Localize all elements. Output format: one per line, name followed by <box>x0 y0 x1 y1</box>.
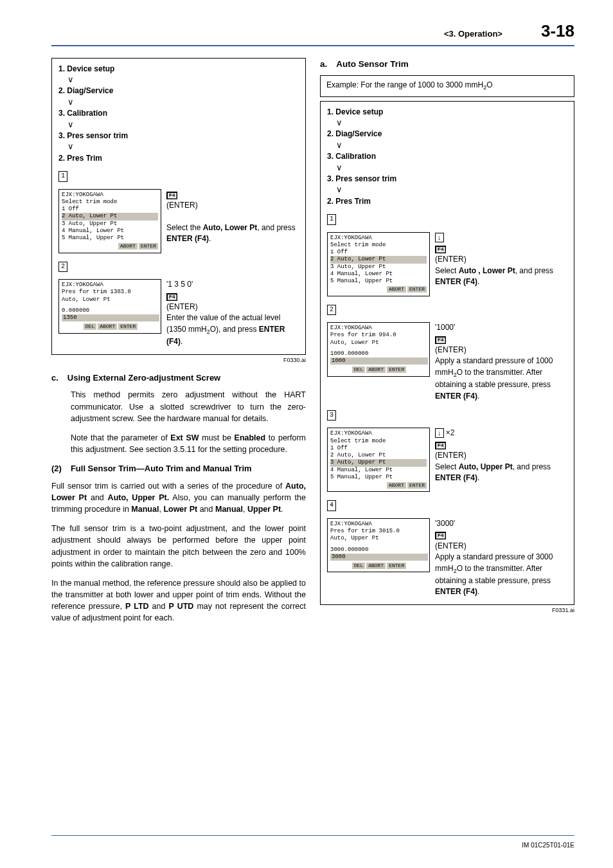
hart-screen-r1: EJX:YOKOGAWA Select trim mode 1 Off 2 Au… <box>327 232 430 296</box>
menu-item-selected: 2 Auto, Lower Pt <box>62 213 158 220</box>
f4-keycap: F4 <box>435 442 446 449</box>
menu-item: 5 Manual, Upper Pt <box>330 474 427 481</box>
hart-screen-r2: EJX:YOKOGAWA Pres for trim 994.0 Auto, L… <box>327 322 430 377</box>
subsection-2-heading: (2)Full Sensor Trim—Auto Trim and Manual… <box>51 463 306 475</box>
menu-item: 2 Auto, Lower Pt <box>330 452 427 459</box>
screen-subtitle: Select trim mode <box>330 438 427 445</box>
screen-buttons: DELABORTENTER <box>330 563 427 570</box>
step-number: 4 <box>327 500 336 511</box>
menu-item: 4 Manual, Lower Pt <box>62 228 158 235</box>
example-box: Example: For the range of 1000 to 3000 m… <box>320 75 574 96</box>
screen-buttons: ABORTENTER <box>330 482 427 489</box>
screen-title: EJX:YOKOGAWA <box>62 282 158 289</box>
footer-rule <box>51 835 574 836</box>
page-number: 3-18 <box>541 19 574 44</box>
hart-screen-1: EJX:YOKOGAWA Select trim mode 1 Off 2 Au… <box>58 189 161 253</box>
crumb-item: 3. Pres sensor trim <box>327 174 396 183</box>
screen-buttons: DELABORTENTER <box>62 323 158 330</box>
menu-item: 1 Off <box>62 206 158 213</box>
document-footer: IM 01C25T01-01E <box>522 841 574 851</box>
menu-item: 5 Manual, Upper Pt <box>62 235 158 242</box>
step-description: ↓ ×2 F4 (ENTER) Select Auto, Upper Pt, a… <box>435 428 567 484</box>
screen-line: Pres for trim 994.0 <box>330 332 427 339</box>
page-header: <3. Operation> 3-18 <box>51 19 574 46</box>
screen-buttons: ABORTENTER <box>330 286 427 293</box>
crumb-item: 2. Diag/Service <box>58 86 113 95</box>
screen-value-orig: 0.000000 <box>62 307 158 314</box>
step-number: 3 <box>327 410 336 421</box>
menu-item: 4 Manual, Lower Pt <box>330 271 427 278</box>
figure-id: F0330.ai <box>51 356 306 365</box>
hart-screen-2: EJX:YOKOGAWA Pres for trim 1383.0 Auto, … <box>58 279 161 334</box>
menu-item-selected: 3 Auto, Upper Pt <box>330 459 427 466</box>
menu-item: 3 Auto, Upper Pt <box>330 264 427 271</box>
screen-value-entry: 3000 <box>330 554 428 561</box>
left-column: 1. Device setup ∨ 2. Diag/Service ∨ 3. C… <box>51 58 306 632</box>
breadcrumb: 1. Device setup ∨ 2. Diag/Service ∨ 3. C… <box>58 64 299 165</box>
screen-line: Auto, Lower Pt <box>330 339 427 347</box>
breadcrumb: 1. Device setup∨ 2. Diag/Service∨ 3. Cal… <box>327 107 567 208</box>
down-arrow-key: ↓ <box>435 428 444 438</box>
crumb-item: 3. Calibration <box>58 109 107 118</box>
step-description: ↓ F4 (ENTER) Select Auto , Lower Pt, and… <box>435 232 567 288</box>
screen-value-orig: 1000.000000 <box>330 350 427 357</box>
menu-item: 5 Manual, Upper Pt <box>330 278 427 285</box>
down-arrow-key: ↓ <box>435 233 444 242</box>
figure-id: F0331.ai <box>320 606 574 615</box>
section-title: <3. Operation> <box>444 28 502 41</box>
step-number: 2 <box>327 305 336 316</box>
crumb-item: 2. Pres Trim <box>58 154 102 163</box>
f4-keycap: F4 <box>166 293 177 301</box>
screen-title: EJX:YOKOGAWA <box>330 235 427 242</box>
menu-item: 1 Off <box>330 445 427 452</box>
screen-line: Auto, Lower Pt <box>62 296 158 303</box>
f4-keycap: F4 <box>166 192 177 199</box>
step-description: '1 3 5 0' F4 (ENTER) Enter the value of … <box>166 279 299 347</box>
f4-keycap: F4 <box>435 532 446 539</box>
f4-keycap: F4 <box>435 246 446 253</box>
paragraph: In the manual method, the reference pres… <box>51 577 306 624</box>
crumb-item: 1. Device setup <box>327 107 383 116</box>
paragraph: The full sensor trim is a two-point adju… <box>51 523 306 570</box>
screen-buttons: DELABORTENTER <box>330 366 427 374</box>
menu-item: 4 Manual, Lower Pt <box>330 467 427 474</box>
screen-subtitle: Select trim mode <box>330 242 427 249</box>
screen-value-orig: 3000.000000 <box>330 547 427 554</box>
paragraph: This method permits zero adjustment with… <box>71 389 306 424</box>
paragraph: Full sensor trim is carried out with a s… <box>51 480 306 515</box>
crumb-item: 3. Pres sensor trim <box>58 131 128 140</box>
hart-screen-r3: EJX:YOKOGAWA Select trim mode 1 Off 2 Au… <box>327 428 430 492</box>
screen-value-entry: 1350 <box>62 314 159 321</box>
paragraph: Note that the parameter of Ext SW must b… <box>71 432 306 455</box>
hart-screen-r4: EJX:YOKOGAWA Pres for trim 3015.0 Auto, … <box>327 518 430 573</box>
screen-subtitle: Select trim mode <box>62 199 158 206</box>
subsection-a-heading: a.Auto Sensor Trim <box>320 58 574 71</box>
menu-item: 1 Off <box>330 249 427 256</box>
figure-f0330: 1. Device setup ∨ 2. Diag/Service ∨ 3. C… <box>51 58 306 355</box>
screen-title: EJX:YOKOGAWA <box>62 192 158 199</box>
figure-f0331: 1. Device setup∨ 2. Diag/Service∨ 3. Cal… <box>320 101 574 605</box>
screen-buttons: ABORTENTER <box>62 243 158 250</box>
screen-line: Auto, Upper Pt <box>330 535 427 542</box>
right-column: a.Auto Sensor Trim Example: For the rang… <box>320 58 574 632</box>
f4-keycap: F4 <box>435 336 446 344</box>
menu-item-selected: 2 Auto, Lower Pt <box>330 256 427 263</box>
screen-value-entry: 1000 <box>330 357 428 365</box>
crumb-item: 2. Pres Trim <box>327 197 371 206</box>
crumb-item: 3. Calibration <box>327 152 376 161</box>
screen-title: EJX:YOKOGAWA <box>330 430 427 437</box>
step-description: '1000' F4 (ENTER) Apply a standard press… <box>435 322 567 402</box>
step-number: 1 <box>58 171 67 182</box>
step-description: '3000' F4 (ENTER) Apply a standard press… <box>435 518 567 598</box>
subsection-c-heading: c.Using External Zero-adjustment Screw <box>51 372 306 384</box>
step-number: 1 <box>327 214 336 225</box>
screen-line: Pres for trim 1383.0 <box>62 289 158 296</box>
crumb-item: 2. Diag/Service <box>327 129 382 138</box>
step-description: F4 (ENTER) Select the Auto, Lower Pt, an… <box>166 189 299 245</box>
menu-item: 3 Auto, Upper Pt <box>62 221 158 228</box>
crumb-item: 1. Device setup <box>58 64 114 73</box>
step-number: 2 <box>58 262 67 273</box>
screen-line: Pres for trim 3015.0 <box>330 528 427 535</box>
screen-title: EJX:YOKOGAWA <box>330 521 427 528</box>
screen-title: EJX:YOKOGAWA <box>330 325 427 332</box>
